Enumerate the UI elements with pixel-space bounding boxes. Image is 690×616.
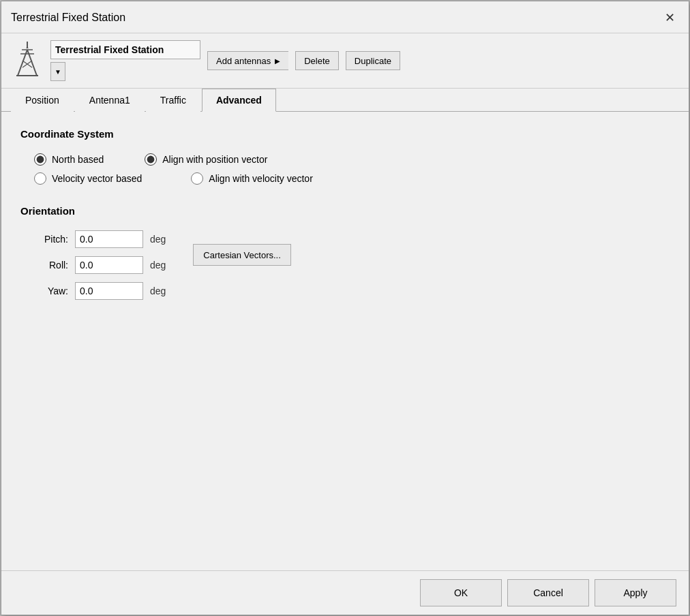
orientation-title: Orientation — [20, 205, 670, 217]
add-antennas-group: Add antennas ▶ — [207, 51, 288, 70]
svg-marker-1 — [26, 47, 29, 48]
orientation-section: Orientation Pitch: deg Roll: deg — [20, 205, 670, 300]
tab-antenna1[interactable]: Antenna1 — [75, 89, 145, 112]
add-antennas-button[interactable]: Add antennas ▶ — [207, 51, 288, 70]
radio-align-velocity[interactable]: Align with velocity vector — [191, 172, 313, 185]
station-name-input[interactable] — [50, 40, 200, 59]
radio-group-second: Velocity vector based Align with velocit… — [34, 172, 670, 185]
radio-group-left: North based Align with position vector — [34, 153, 670, 166]
cartesian-vectors-button[interactable]: Cartesian Vectors... — [193, 244, 290, 266]
title-bar: Terrestrial Fixed Station ✕ — [1, 1, 689, 33]
content-area: Coordinate System North based Align with… — [1, 112, 689, 570]
yaw-label: Yaw: — [34, 286, 68, 296]
orientation-fields: Pitch: deg Roll: deg Yaw: deg — [34, 230, 166, 300]
roll-row: Roll: deg — [34, 256, 166, 274]
close-button[interactable]: ✕ — [660, 8, 679, 27]
duplicate-button[interactable]: Duplicate — [346, 51, 400, 70]
yaw-input[interactable] — [75, 282, 143, 300]
footer: OK Cancel Apply — [1, 570, 689, 615]
toolbar: ▼ Add antennas ▶ Delete Duplicate — [1, 33, 689, 89]
roll-input[interactable] — [75, 256, 143, 274]
radio-north-based[interactable]: North based — [34, 153, 104, 166]
cancel-button[interactable]: Cancel — [507, 579, 589, 606]
coordinate-system-section: Coordinate System North based Align with… — [20, 128, 670, 185]
tab-position[interactable]: Position — [11, 89, 74, 112]
tabs-bar: Position Antenna1 Traffic Advanced — [1, 89, 689, 112]
radio-velocity-based[interactable]: Velocity vector based — [34, 172, 142, 185]
yaw-unit: deg — [150, 286, 166, 296]
add-antennas-arrow-icon: ▶ — [275, 57, 280, 65]
dialog-title: Terrestrial Fixed Station — [11, 12, 125, 24]
tab-traffic[interactable]: Traffic — [146, 89, 200, 112]
yaw-row: Yaw: deg — [34, 282, 166, 300]
tab-advanced[interactable]: Advanced — [202, 89, 276, 112]
station-dropdown-button[interactable]: ▼ — [50, 62, 65, 81]
pitch-input[interactable] — [75, 230, 143, 248]
apply-button[interactable]: Apply — [595, 579, 676, 606]
roll-unit: deg — [150, 260, 166, 271]
radio-align-position[interactable]: Align with position vector — [145, 153, 267, 166]
roll-label: Roll: — [34, 260, 68, 271]
delete-button[interactable]: Delete — [295, 51, 339, 70]
coordinate-system-title: Coordinate System — [20, 128, 670, 140]
ok-button[interactable]: OK — [420, 579, 502, 606]
main-dialog: Terrestrial Fixed Station ✕ — [1, 1, 689, 615]
pitch-row: Pitch: deg — [34, 230, 166, 248]
orientation-grid: Pitch: deg Roll: deg Yaw: deg — [34, 230, 670, 300]
pitch-unit: deg — [150, 234, 166, 245]
pitch-label: Pitch: — [34, 234, 68, 245]
station-icon — [11, 40, 44, 81]
